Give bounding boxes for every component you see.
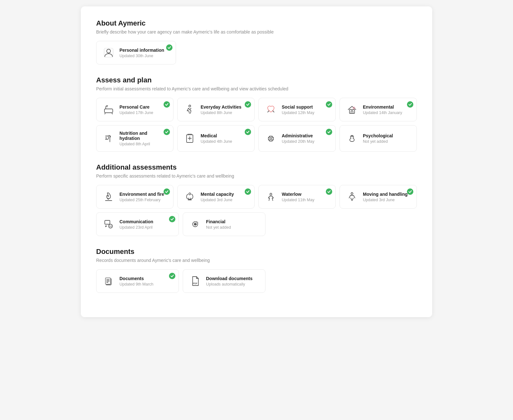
check-badge-moving (407, 188, 413, 195)
documents-cards: Documents Updated 9th March PDF D (96, 269, 265, 293)
financial-subtitle: Not yet added (206, 225, 259, 230)
card-social-support[interactable]: Social support Updated 12th May (258, 98, 336, 121)
svg-point-24 (109, 224, 112, 228)
assess-subtitle: Perform initial assessments related to A… (96, 86, 417, 91)
svg-point-25 (110, 226, 111, 227)
moving-handling-title: Moving and handling (363, 192, 411, 197)
check-badge-medical (245, 129, 251, 135)
everyday-activities-title: Everyday Activities (201, 104, 249, 110)
card-psychological[interactable]: Psychological Not yet added (340, 125, 417, 152)
administrative-title: Administrative (282, 133, 330, 138)
documents-title: Documents (96, 248, 417, 256)
svg-point-6 (189, 105, 191, 107)
svg-point-20 (270, 193, 272, 195)
svg-point-17 (270, 138, 272, 140)
check-badge-communication (169, 216, 175, 222)
card-medical[interactable]: Medical Updated 4th June (177, 125, 255, 152)
svg-rect-7 (349, 110, 355, 113)
financial-icon (189, 218, 202, 231)
about-title: About Aymeric (96, 19, 417, 27)
card-financial[interactable]: Financial Not yet added (183, 212, 265, 236)
check-badge-personal-care (164, 101, 170, 108)
waterlow-icon (264, 190, 277, 203)
nutrition-subtitle: Updated 8th April (119, 142, 167, 146)
assess-cards-row2: Nutrition and hydration Updated 8th Apri… (96, 125, 417, 152)
additional-title: Additional assessments (96, 163, 417, 172)
svg-point-0 (107, 49, 111, 53)
env-fire-subtitle: Updated 25th February (119, 198, 167, 202)
additional-section: Additional assessments Perform specific … (96, 163, 417, 236)
check-badge-waterlow (326, 188, 332, 195)
check-badge-social (326, 101, 332, 108)
about-subtitle: Briefly describe how your care agency ca… (96, 29, 417, 34)
assess-title: Assess and plan (96, 76, 417, 84)
svg-rect-2 (104, 109, 113, 113)
walking-icon (183, 103, 196, 116)
check-badge (166, 44, 172, 51)
documents-section: Documents Records documents around Aymer… (96, 248, 417, 293)
documents-card-subtitle: Updated 9th March (119, 282, 173, 286)
card-administrative[interactable]: Administrative Updated 20th May (258, 125, 336, 152)
svg-point-5 (107, 106, 108, 107)
medical-subtitle: Updated 4th June (201, 139, 249, 144)
social-support-subtitle: Updated 12th May (282, 111, 330, 115)
nutrition-title: Nutrition and hydration (119, 131, 167, 141)
card-personal-information[interactable]: Personal information Updated 30th June (96, 41, 176, 65)
psychological-subtitle: Not yet added (363, 139, 411, 144)
admin-icon (264, 132, 277, 145)
communication-subtitle: Updated 23rd April (119, 225, 173, 230)
heart-hands-icon (264, 103, 277, 116)
check-badge-documents (169, 273, 175, 279)
svg-rect-8 (351, 111, 353, 113)
svg-text:PDF: PDF (193, 282, 198, 285)
communication-icon (102, 218, 115, 231)
card-environmental[interactable]: Environmental Updated 14th January (340, 98, 417, 121)
svg-point-16 (268, 136, 273, 141)
additional-cards-row1: Environment and fire Updated 25th Februa… (96, 185, 417, 209)
card-documents[interactable]: Documents Updated 9th March (96, 269, 179, 293)
psychological-title: Psychological (363, 133, 411, 138)
card-personal-care[interactable]: Personal Care Updated 17th June (96, 98, 173, 121)
svg-point-19 (189, 193, 191, 195)
card-everyday-activities[interactable]: Everyday Activities Updated 8th June (177, 98, 255, 121)
environmental-subtitle: Updated 14th January (363, 111, 411, 115)
download-docs-subtitle: Uploads automatically (206, 282, 259, 286)
assess-section: Assess and plan Perform initial assessme… (96, 76, 417, 152)
financial-title: Financial (206, 219, 259, 224)
card-environment-fire[interactable]: Environment and fire Updated 25th Februa… (96, 185, 173, 209)
docs-icon (102, 275, 115, 287)
card-communication[interactable]: Communication Updated 23rd April (96, 212, 179, 236)
additional-subtitle: Perform specific assessments related to … (96, 173, 417, 179)
brain-icon (346, 132, 358, 145)
waterlow-title: Waterlow (282, 192, 330, 197)
personal-info-title: Personal information (119, 48, 170, 53)
card-waterlow[interactable]: Waterlow Updated 11th May (258, 185, 336, 209)
documents-card-title: Documents (119, 276, 173, 281)
page-container: About Aymeric Briefly describe how your … (81, 6, 432, 317)
card-download-documents[interactable]: PDF Download documents Uploads automatic… (183, 269, 265, 293)
svg-line-3 (105, 113, 105, 114)
moving-icon (346, 190, 358, 203)
personal-care-subtitle: Updated 17th June (119, 111, 167, 115)
download-docs-title: Download documents (206, 276, 259, 281)
card-nutrition[interactable]: Nutrition and hydration Updated 8th Apri… (96, 125, 173, 152)
check-badge-environmental (407, 101, 413, 108)
svg-point-22 (351, 193, 353, 195)
env-fire-title: Environment and fire (119, 192, 167, 197)
svg-point-26 (111, 226, 112, 227)
house-icon (346, 103, 358, 116)
environmental-title: Environmental (363, 104, 411, 110)
additional-cards-row2: Communication Updated 23rd April (96, 212, 265, 236)
waterlow-subtitle: Updated 11th May (282, 198, 330, 202)
pdf-icon: PDF (189, 275, 202, 287)
fire-icon (102, 190, 115, 203)
communication-title: Communication (119, 219, 173, 224)
card-moving-handling[interactable]: Moving and handling Updated 3rd June (340, 185, 417, 209)
personal-info-subtitle: Updated 30th June (119, 54, 170, 58)
check-badge-nutrition (164, 129, 170, 135)
svg-point-18 (351, 135, 353, 137)
card-mental-capacity[interactable]: Mental capacity Updated 3rd June (177, 185, 255, 209)
mental-icon (183, 190, 196, 203)
everyday-activities-subtitle: Updated 8th June (201, 111, 249, 115)
svg-rect-1 (104, 48, 113, 57)
